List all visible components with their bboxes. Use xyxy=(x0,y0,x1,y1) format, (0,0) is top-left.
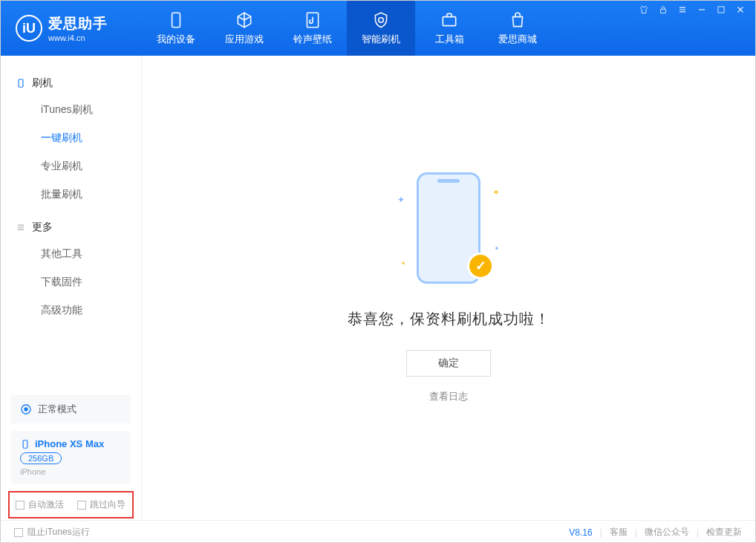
device-name-text: iPhone XS Max xyxy=(35,438,104,449)
group-title-text: 刷机 xyxy=(32,77,53,90)
sidebar-item-other-tools[interactable]: 其他工具 xyxy=(1,240,141,268)
tab-label: 工具箱 xyxy=(435,33,464,46)
device-small-icon xyxy=(16,78,26,88)
sidebar-group-title-more: 更多 xyxy=(1,215,141,240)
tab-apps-games[interactable]: 应用游戏 xyxy=(210,1,278,56)
lock-icon[interactable] xyxy=(658,4,668,15)
tab-label: 铃声壁纸 xyxy=(293,33,332,46)
sparkle-icon: • xyxy=(402,259,405,269)
svg-rect-6 xyxy=(19,79,23,88)
device-name-row: iPhone XS Max xyxy=(20,438,122,449)
list-icon xyxy=(16,222,26,233)
sidebar-group-flash: 刷机 iTunes刷机 一键刷机 专业刷机 批量刷机 xyxy=(1,71,141,215)
checkbox-label: 自动激活 xyxy=(28,498,64,511)
tab-label: 我的设备 xyxy=(157,33,195,46)
device-phone-icon xyxy=(20,439,30,449)
cube-icon xyxy=(235,10,254,30)
app-name: 爱思助手 xyxy=(48,14,108,33)
wechat-link[interactable]: 微信公众号 xyxy=(645,526,689,539)
app-url: www.i4.cn xyxy=(48,33,108,42)
sidebar-item-oneclick-flash[interactable]: 一键刷机 xyxy=(1,124,141,152)
sidebar-item-advanced[interactable]: 高级功能 xyxy=(1,296,141,325)
sparkle-icon: • xyxy=(495,244,498,254)
checkbox-box xyxy=(77,501,86,510)
group-title-text: 更多 xyxy=(32,221,53,234)
logo-icon: iU xyxy=(16,15,42,42)
checkbox-box xyxy=(14,528,23,537)
mode-text: 正常模式 xyxy=(38,403,76,416)
options-row: 自动激活 跳过向导 xyxy=(8,491,134,518)
tab-my-device[interactable]: 我的设备 xyxy=(142,1,210,56)
sidebar: 刷机 iTunes刷机 一键刷机 专业刷机 批量刷机 更多 其他工具 下载固件 … xyxy=(1,56,142,520)
view-log-link[interactable]: 查看日志 xyxy=(429,390,468,403)
sidebar-bottom: 正常模式 iPhone XS Max 256GB iPhone 自动激活 跳过向… xyxy=(1,395,141,520)
svg-rect-5 xyxy=(718,7,724,13)
version-text: V8.16 xyxy=(569,527,592,538)
device-type: iPhone xyxy=(20,467,122,476)
main-content: ✓ ✦ ✦ • • 恭喜您，保资料刷机成功啦！ 确定 查看日志 xyxy=(142,56,755,520)
sidebar-group-title-flash: 刷机 xyxy=(1,71,141,96)
shirt-icon[interactable] xyxy=(639,4,649,15)
tab-smart-flash[interactable]: 智能刷机 xyxy=(347,1,415,56)
success-illustration: ✓ ✦ ✦ • • xyxy=(408,172,489,291)
sidebar-group-more: 更多 其他工具 下载固件 高级功能 xyxy=(1,215,141,331)
checkbox-auto-activate[interactable]: 自动激活 xyxy=(16,498,64,511)
svg-rect-0 xyxy=(172,13,180,27)
ok-button[interactable]: 确定 xyxy=(406,350,491,377)
sidebar-item-pro-flash[interactable]: 专业刷机 xyxy=(1,152,141,181)
checkbox-box xyxy=(16,501,25,510)
checkbox-block-itunes[interactable]: 阻止iTunes运行 xyxy=(14,526,90,539)
sparkle-icon: ✦ xyxy=(397,195,405,205)
sidebar-item-batch-flash[interactable]: 批量刷机 xyxy=(1,181,141,209)
mode-icon xyxy=(20,403,32,415)
bag-icon xyxy=(508,10,527,30)
tab-toolbox[interactable]: 工具箱 xyxy=(415,1,483,56)
window-controls xyxy=(628,0,756,19)
close-button[interactable] xyxy=(735,4,746,15)
svg-point-8 xyxy=(25,408,27,411)
maximize-button[interactable] xyxy=(716,4,726,15)
separator: | xyxy=(600,527,602,538)
logo-text: 爱思助手 www.i4.cn xyxy=(48,14,108,42)
svg-rect-4 xyxy=(661,9,666,13)
tab-label: 爱思商城 xyxy=(498,33,537,46)
footer: 阻止iTunes运行 V8.16 | 客服 | 微信公众号 | 检查更新 xyxy=(1,520,755,543)
support-link[interactable]: 客服 xyxy=(610,526,628,539)
svg-point-3 xyxy=(731,520,734,523)
checkbox-skip-guide[interactable]: 跳过向导 xyxy=(77,498,126,511)
logo-area: iU 爱思助手 www.i4.cn xyxy=(1,1,142,56)
checkbox-label: 阻止iTunes运行 xyxy=(27,526,90,539)
menu-icon[interactable] xyxy=(677,4,688,15)
device-box[interactable]: iPhone XS Max 256GB iPhone xyxy=(11,431,131,484)
capacity-badge: 256GB xyxy=(20,452,62,464)
music-file-icon xyxy=(303,10,322,30)
check-badge-icon: ✓ xyxy=(467,253,494,279)
success-message: 恭喜您，保资料刷机成功啦！ xyxy=(348,309,550,329)
mode-box[interactable]: 正常模式 xyxy=(11,395,131,423)
phone-icon xyxy=(166,10,186,30)
separator: | xyxy=(635,527,637,538)
svg-rect-2 xyxy=(443,17,455,26)
checkbox-label: 跳过向导 xyxy=(90,498,126,511)
minimize-button[interactable] xyxy=(697,4,707,15)
svg-rect-9 xyxy=(23,440,27,448)
sparkle-icon: ✦ xyxy=(492,187,500,198)
tab-label: 智能刷机 xyxy=(362,33,400,46)
tab-label: 应用游戏 xyxy=(225,33,264,46)
briefcase-icon xyxy=(440,10,459,30)
sidebar-item-itunes-flash[interactable]: iTunes刷机 xyxy=(1,96,141,124)
app-header: iU 爱思助手 www.i4.cn 我的设备 应用游戏 铃声壁纸 智能刷机 工具… xyxy=(1,1,755,56)
shield-refresh-icon xyxy=(371,10,391,30)
tab-store[interactable]: 爱思商城 xyxy=(483,1,552,56)
tab-ringtone-wallpaper[interactable]: 铃声壁纸 xyxy=(278,1,347,56)
sidebar-item-download-firmware[interactable]: 下载固件 xyxy=(1,268,141,296)
